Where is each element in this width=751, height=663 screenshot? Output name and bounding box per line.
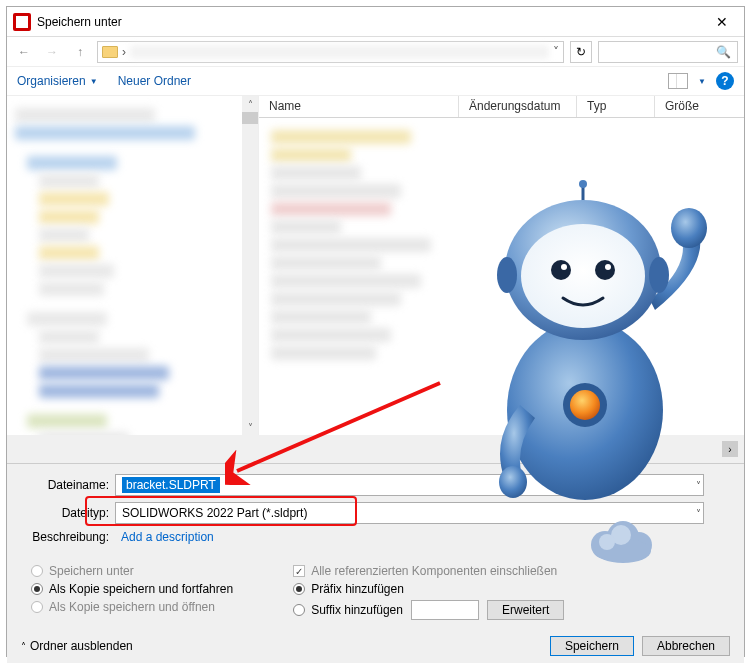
col-name[interactable]: Name — [259, 96, 459, 117]
search-icon: 🔍 — [716, 45, 731, 59]
toolbar: Organisieren▼ Neuer Ordner ▼ ? — [7, 67, 744, 95]
save-button[interactable]: Speichern — [550, 636, 634, 656]
address-bar[interactable]: › ˅ — [97, 41, 564, 63]
column-headers[interactable]: Name Änderungsdatum Typ Größe — [259, 96, 744, 118]
radio-save-copy-open[interactable]: Als Kopie speichern und öffnen — [31, 600, 233, 614]
close-button[interactable]: ✕ — [700, 7, 744, 37]
filetype-select[interactable]: SOLIDWORKS 2022 Part (*.sldprt) ˅ — [115, 502, 704, 524]
radio-save-copy-continue[interactable]: Als Kopie speichern und fortfahren — [31, 582, 233, 596]
chevron-down-icon[interactable]: ˅ — [696, 508, 701, 519]
scroll-right-icon[interactable]: › — [722, 441, 738, 457]
affix-input[interactable] — [411, 600, 479, 620]
description-label: Beschreibung: — [31, 530, 109, 544]
chevron-down-icon[interactable]: ˅ — [696, 480, 701, 491]
radio-prefix[interactable]: Präfix hinzufügen — [293, 582, 404, 596]
hide-folders-button[interactable]: ˄ Ordner ausblenden — [21, 639, 133, 653]
options-area: Speichern unter Als Kopie speichern und … — [7, 556, 744, 628]
col-type[interactable]: Typ — [577, 96, 655, 117]
new-folder-button[interactable]: Neuer Ordner — [118, 74, 191, 88]
nav-bar: ← → ↑ › ˅ ↻ 🔍 — [7, 37, 744, 67]
navigation-pane[interactable]: ˄ ˅ — [7, 96, 259, 435]
search-input[interactable]: 🔍 — [598, 41, 738, 63]
form-area: Dateiname: bracket.SLDPRT ˅ Dateityp: SO… — [7, 463, 744, 556]
check-include-refs[interactable]: Alle referenzierten Komponenten einschli… — [293, 564, 564, 578]
radio-save-as[interactable]: Speichern unter — [31, 564, 233, 578]
help-icon[interactable]: ? — [716, 72, 734, 90]
file-pane[interactable]: Name Änderungsdatum Typ Größe — [259, 96, 744, 435]
footer: ˄ Ordner ausblenden Speichern Abbrechen — [7, 628, 744, 663]
titlebar: Speichern unter ✕ — [7, 7, 744, 37]
filename-input[interactable]: bracket.SLDPRT ˅ — [115, 474, 704, 496]
forward-button[interactable]: → — [41, 41, 63, 63]
col-modified[interactable]: Änderungsdatum — [459, 96, 577, 117]
radio-suffix[interactable]: Suffix hinzufügen — [293, 603, 403, 617]
organize-menu[interactable]: Organisieren▼ — [17, 74, 98, 88]
view-options-icon[interactable] — [668, 73, 688, 89]
chevron-right-icon: › — [122, 45, 126, 59]
description-link[interactable]: Add a description — [115, 530, 214, 544]
scroll-thumb[interactable] — [242, 112, 258, 124]
window-title: Speichern unter — [37, 15, 122, 29]
filetype-label: Dateityp: — [31, 506, 109, 520]
sidebar-scrollbar[interactable]: ˄ ˅ — [242, 96, 258, 435]
chevron-down-icon[interactable]: ▼ — [698, 77, 706, 86]
chevron-down-icon[interactable]: ˅ — [553, 45, 559, 59]
advanced-button[interactable]: Erweitert — [487, 600, 564, 620]
scroll-down-icon[interactable]: ˅ — [242, 419, 258, 435]
cancel-button[interactable]: Abbrechen — [642, 636, 730, 656]
scroll-up-icon[interactable]: ˄ — [242, 96, 258, 112]
back-button[interactable]: ← — [13, 41, 35, 63]
filename-label: Dateiname: — [31, 478, 109, 492]
save-dialog: Speichern unter ✕ ← → ↑ › ˅ ↻ 🔍 Organisi… — [6, 6, 745, 657]
up-button[interactable]: ↑ — [69, 41, 91, 63]
chevron-up-icon: ˄ — [21, 641, 26, 652]
refresh-button[interactable]: ↻ — [570, 41, 592, 63]
col-size[interactable]: Größe — [655, 96, 744, 117]
folder-icon — [102, 46, 118, 58]
app-icon — [13, 13, 31, 31]
